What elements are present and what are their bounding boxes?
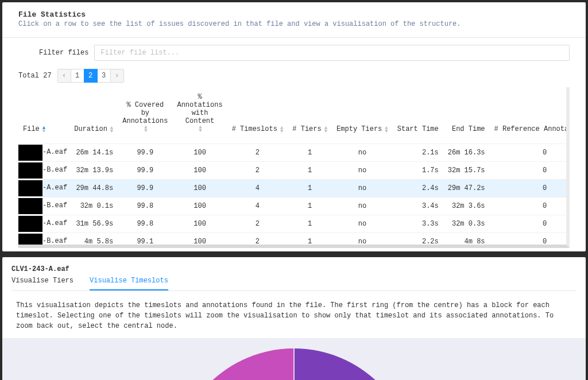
cell-content: 100 [172,180,227,197]
sort-icon: ▲▼ [110,126,113,133]
cell-timeslots: 2 [227,162,288,180]
col-end[interactable]: End Time [443,87,490,144]
filter-input[interactable] [94,45,570,61]
redacted-block [18,145,42,161]
col-tiers[interactable]: # Tiers▲▼ [288,87,332,144]
next-page-button[interactable]: › [110,69,124,83]
cell-end: 29m 47.2s [443,180,490,197]
sort-icon: ▲▼ [385,126,388,133]
cell-tiers: 1 [288,197,332,215]
cell-tiers: 1 [288,162,332,180]
col-ref-annot[interactable]: # Reference Annotations▲▼ [490,87,570,144]
cell-covered: 99.9 [118,144,172,162]
cell-ref: 0 [490,162,570,180]
cell-covered: 99.9 [118,162,172,180]
panel-header: File Statistics Click on a row to see th… [2,2,586,34]
cell-duration: 32m 13.9s [69,162,118,180]
redacted-block [18,234,42,248]
cell-start: 2.1s [393,144,443,162]
cell-file: -A.eaf [18,144,69,162]
sunburst-segment-right[interactable] [294,348,415,380]
file-name: -B.eaf [42,198,69,214]
filter-label: Filter files [39,49,88,57]
sunburst-segment-left[interactable] [173,348,294,380]
cell-timeslots: 2 [227,215,288,233]
cell-content: 100 [172,197,227,215]
cell-tiers: 1 [288,144,332,162]
table-scroll[interactable]: File▲▼ Duration▲▼ % Covered by Annotatio… [18,87,570,248]
tabs: Visualise Tiers Visualise Timeslots [11,277,577,291]
cell-file: -A.eaf [18,180,69,197]
col-duration[interactable]: Duration▲▼ [69,87,118,144]
pager: ‹ 1 2 3 › [57,69,124,83]
col-timeslots[interactable]: # Timeslots▲▼ [227,87,288,144]
cell-empty: no [332,162,393,180]
cell-empty: no [332,144,393,162]
page-3-button[interactable]: 3 [97,69,111,83]
table-row[interactable]: -B.eaf32m 0.1s99.810041no3.4s32m 3.6s0 [18,197,570,215]
cell-tiers: 1 [288,215,332,233]
sort-icon: ▲▼ [144,126,147,133]
cell-empty: no [332,233,393,249]
file-table: File▲▼ Duration▲▼ % Covered by Annotatio… [18,87,570,248]
filter-row: Filter files [2,38,586,65]
cell-file: -B.eaf [18,197,69,215]
cell-end: 32m 3.6s [443,197,490,215]
cell-tiers: 1 [288,180,332,197]
cell-duration: 4m 5.8s [69,233,118,249]
file-statistics-panel: File Statistics Click on a row to see th… [2,2,586,251]
col-content[interactable]: % Annotations with Content▲▼ [172,87,227,144]
table-row[interactable]: -A.eaf31m 56.9s99.810021no3.3s32m 0.3s0 [18,215,570,233]
page-2-button[interactable]: 2 [84,69,98,83]
tab-visualise-timeslots[interactable]: Visualise Timeslots [90,277,168,290]
cell-content: 100 [172,144,227,162]
sort-icon: ▲▼ [42,126,45,133]
sort-icon: ▲▼ [199,126,202,133]
cell-timeslots: 2 [227,233,288,249]
cell-duration: 29m 44.8s [69,180,118,197]
cell-start: 2.2s [393,233,443,249]
cell-content: 100 [172,215,227,233]
cell-ref: 0 [490,215,570,233]
col-empty-tiers[interactable]: Empty Tiers▲▼ [332,87,393,144]
page-1-button[interactable]: 1 [71,69,84,83]
visualisation-description: This visualisation depicts the timeslots… [2,291,586,338]
cell-start: 3.4s [393,197,443,215]
cell-end: 32m 15.7s [443,162,490,180]
panel-subtitle: Click on a row to see the list of issues… [18,20,570,28]
total-count: Total 27 [18,72,52,80]
file-name: -B.eaf [42,162,69,179]
visualisation-area[interactable] [2,338,586,380]
redacted-block [18,180,42,196]
panel-title: File Statistics [18,10,570,19]
file-name: -B.eaf [42,234,69,248]
cell-start: 3.3s [393,215,443,233]
cell-duration: 26m 14.1s [69,144,118,162]
cell-ref: 0 [490,180,570,197]
tab-visualise-tiers[interactable]: Visualise Tiers [11,277,74,290]
cell-covered: 99.8 [118,197,172,215]
table-row[interactable]: -B.eaf32m 13.9s99.910021no1.7s32m 15.7s0 [18,162,570,180]
pagination-row: Total 27 ‹ 1 2 3 › [2,65,586,87]
detail-filename: CLV1-243-A.eaf [11,265,577,273]
table-row[interactable]: -B.eaf4m 5.8s99.110021no2.2s4m 8s0 [18,233,570,249]
col-covered[interactable]: % Covered by Annotations▲▼ [118,87,172,144]
redacted-block [18,198,42,214]
table-row[interactable]: -A.eaf26m 14.1s99.910021no2.1s26m 16.3s0 [18,144,570,162]
cell-timeslots: 4 [227,197,288,215]
sunburst-chart[interactable] [168,343,420,380]
redacted-block [18,216,42,232]
col-start[interactable]: Start Time [393,87,443,144]
cell-file: -B.eaf [18,233,69,249]
col-file[interactable]: File▲▼ [18,87,69,144]
cell-end: 26m 16.3s [443,144,490,162]
cell-covered: 99.9 [118,180,172,197]
cell-ref: 0 [490,144,570,162]
sort-icon: ▲▼ [324,126,327,133]
table-row[interactable]: -A.eaf29m 44.8s99.910041no2.4s29m 47.2s0 [18,180,570,197]
cell-empty: no [332,180,393,197]
cell-file: -A.eaf [18,215,69,233]
cell-covered: 99.8 [118,215,172,233]
prev-page-button[interactable]: ‹ [57,69,71,83]
table-wrap: File▲▼ Duration▲▼ % Covered by Annotatio… [18,87,570,251]
